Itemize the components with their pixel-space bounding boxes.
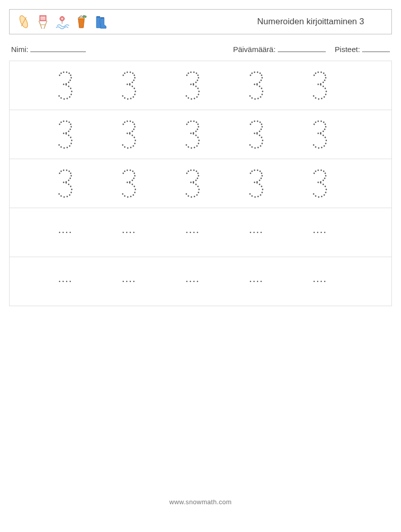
baseline-dots[interactable] [50, 264, 80, 299]
baseline-dots[interactable] [177, 264, 208, 299]
traceable-numeral-3[interactable] [305, 166, 335, 201]
info-line: Nimi: Päivämäärä: Pisteet: [11, 44, 390, 54]
traceable-numeral-3[interactable] [114, 117, 144, 152]
svg-rect-15 [101, 17, 104, 19]
baseline-dots[interactable] [50, 215, 80, 250]
date-field: Päivämäärä: [233, 44, 325, 54]
footer-url: www.snowmath.com [0, 498, 401, 512]
chair-icon [36, 14, 50, 30]
baseline-dots[interactable] [114, 215, 144, 250]
worksheet-title: Numeroiden kirjoittaminen 3 [257, 17, 384, 27]
tracing-row [10, 257, 391, 306]
traceable-numeral-3[interactable] [177, 166, 208, 201]
tracing-row [10, 208, 391, 257]
baseline-dots[interactable] [305, 264, 335, 299]
baseline-dots[interactable] [241, 215, 271, 250]
traceable-numeral-3[interactable] [50, 166, 80, 201]
traceable-numeral-3[interactable] [305, 68, 335, 103]
date-blank[interactable] [278, 44, 326, 52]
header-icons [17, 14, 108, 30]
score-field: Pisteet: [335, 44, 390, 54]
traceable-numeral-3[interactable] [305, 117, 335, 152]
baseline-dots[interactable] [305, 215, 335, 250]
name-blank[interactable] [30, 44, 86, 52]
traceable-numeral-3[interactable] [50, 117, 80, 152]
date-label: Päivämäärä: [233, 45, 275, 54]
score-blank[interactable] [362, 44, 390, 52]
svg-rect-14 [96, 16, 100, 18]
tracing-row [10, 159, 391, 208]
surfboard-icon [17, 14, 31, 30]
score-label: Pisteet: [335, 45, 360, 54]
svg-point-10 [62, 18, 63, 20]
name-field: Nimi: [11, 44, 86, 54]
tracing-row [10, 110, 391, 159]
traceable-numeral-3[interactable] [241, 117, 271, 152]
baseline-dots[interactable] [114, 264, 144, 299]
boots-icon [93, 14, 108, 30]
worksheet-header: Numeroiden kirjoittaminen 3 [9, 9, 392, 34]
fishing-float-icon [55, 14, 69, 30]
traceable-numeral-3[interactable] [241, 68, 271, 103]
name-label: Nimi: [11, 45, 28, 54]
traceable-numeral-3[interactable] [50, 68, 80, 103]
traceable-numeral-3[interactable] [177, 117, 208, 152]
baseline-dots[interactable] [241, 264, 271, 299]
bucket-icon [74, 14, 88, 30]
tracing-row [10, 61, 391, 110]
traceable-numeral-3[interactable] [114, 68, 144, 103]
tracing-grid [9, 61, 392, 306]
baseline-dots[interactable] [177, 215, 208, 250]
traceable-numeral-3[interactable] [114, 166, 144, 201]
traceable-numeral-3[interactable] [241, 166, 271, 201]
traceable-numeral-3[interactable] [177, 68, 208, 103]
